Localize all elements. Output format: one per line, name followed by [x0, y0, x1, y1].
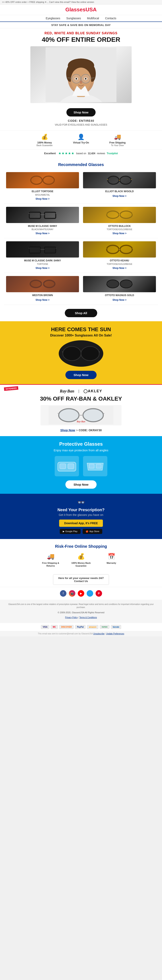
rayban-code-row: Shop Now > CODE: OKRAY30	[4, 428, 158, 432]
svg-line-63	[30, 283, 30, 283]
riskfree-shipping-icon: 🚚	[38, 553, 63, 560]
divider-icon: |	[79, 389, 79, 393]
product-item-weston-brown: WESTON BROWN Shop Now >	[4, 273, 81, 305]
riskfree-section: Risk-Free Online Shopping 🚚 Free Shippin…	[0, 539, 162, 573]
shop-link-muse-shiny[interactable]: Shop Now >	[36, 232, 50, 235]
product-image-ottoto-keanu	[83, 241, 156, 258]
glasses-svg-elliot-black	[106, 175, 133, 186]
virtual-tryon-title: Virtual Try-On	[66, 141, 96, 144]
product-item-muse-dark: MUSE M CLASSIC DARK SHINY TORTOISE Shop …	[4, 238, 81, 273]
rayban-glasses-svg: Ray-Ban	[49, 406, 113, 424]
svg-rect-88	[68, 464, 74, 469]
svg-rect-87	[60, 464, 66, 469]
shop-link-ottoto-magnus[interactable]: Shop Now >	[113, 299, 127, 301]
nav-multifocal[interactable]: Multifocal	[87, 17, 99, 20]
paypal-logo: PayPal	[75, 625, 85, 629]
svg-point-59	[120, 245, 132, 253]
protective-img-1	[55, 456, 79, 476]
svg-point-83	[59, 409, 79, 422]
unsubscribe-link[interactable]: Unsubscribe	[93, 633, 104, 635]
pinterest-icon[interactable]: P	[96, 590, 102, 597]
trustpilot-row: Excellent ★★★★★ based on 12,424 reviews …	[4, 151, 158, 155]
twitter-icon[interactable]: 🐦	[87, 590, 93, 597]
svg-point-33	[120, 176, 131, 184]
bizrate-logo: bizrate	[111, 625, 121, 629]
instagram-icon[interactable]: 📷	[69, 590, 75, 597]
prescription-title: Need Your Prescription?	[4, 508, 158, 512]
product-color-ottoto-bullock: TORTOISE/GOLD/BEIGE	[83, 228, 156, 231]
riskfree-shipping-label: Free Shipping & Returns	[38, 562, 63, 568]
protective-shop-button[interactable]: Shop Now	[65, 480, 96, 489]
trust-badges: 💰 100% Money Back Guarantee 👤 Virtual Tr…	[0, 130, 162, 150]
svg-line-23	[30, 179, 31, 180]
contact-container: Here for all your eyewear needs 24/7 Con…	[0, 572, 162, 587]
trustpilot-section: Excellent ★★★★★ based on 12,424 reviews …	[0, 150, 162, 158]
hero-shop-now-button[interactable]: Shop Now	[66, 108, 95, 116]
glasses-svg-ottoto-magnus	[105, 278, 134, 290]
recommended-title-text: Recommended Glasses	[58, 162, 104, 167]
free-shipping-icon: 🚚	[102, 134, 133, 140]
riskfree-money-badge: 💰 100% Money Back Guarantee	[69, 553, 93, 568]
oakley-logo: ◯AKLEY	[83, 389, 102, 393]
hero-valid: VALID FOR EYEGLASSES AND SUNGLASSES	[6, 123, 156, 126]
glasses-svg-elliot-tortoise	[29, 175, 56, 186]
update-preferences-link[interactable]: Update Preferences	[106, 633, 124, 635]
product-image-ottoto-magnus	[83, 276, 156, 292]
contact-sub: Contact Us	[74, 580, 88, 583]
hero-section: RED, WHITE AND BLUE SUNDAY SAVINGS 40% O…	[0, 29, 162, 130]
rayban-glasses-image: Ray-Ban	[41, 405, 121, 425]
product-name-muse-dark: MUSE M CLASSIC DARK SHINY	[6, 259, 79, 262]
riskfree-title: Risk-Free Online Shopping	[4, 544, 158, 549]
sun-sale: All On Sale!	[94, 334, 112, 337]
shop-link-muse-dark[interactable]: Shop Now >	[36, 267, 50, 269]
rayban-shop-link[interactable]: Shop Now	[60, 428, 75, 432]
glasses-svg-weston-brown	[28, 278, 57, 290]
email-wrapper: >> 40% OFF entire order + FREE shipping …	[0, 0, 162, 636]
nav-contacts[interactable]: Contacts	[105, 17, 116, 20]
product-name-ottoto-keanu: OTTOTO KEANU	[83, 259, 156, 262]
trustpilot-count: 12,424	[88, 152, 95, 155]
shop-link-weston-brown[interactable]: Shop Now >	[36, 299, 50, 301]
shop-link-ottoto-bullock[interactable]: Shop Now >	[113, 232, 127, 235]
nav-eyeglasses[interactable]: Eyeglasses	[46, 17, 60, 20]
promo-banner: STAY SAFE & SAVE BIG ON MEMORIAL DAY	[0, 22, 162, 29]
app-store-badge[interactable]: 🍎 App Store	[83, 529, 102, 534]
promo-banner-text: STAY SAFE & SAVE BIG ON MEMORIAL DAY	[51, 24, 110, 27]
shop-link-elliot-black[interactable]: Shop Now >	[113, 195, 127, 197]
riskfree-badges: 🚚 Free Shipping & Returns 💰 100% Money B…	[4, 553, 158, 568]
sun-word: Sunglasses	[75, 334, 93, 337]
header: GlassesUSA	[0, 5, 162, 15]
product-color-muse-shiny: BLACK/WHITE/GRAY	[6, 228, 79, 231]
sun-shop-button[interactable]: Shop Now	[65, 371, 96, 379]
svg-text:Ray-Ban: Ray-Ban	[77, 420, 85, 423]
amazon-logo: amazon	[87, 625, 98, 629]
shop-link-elliot-tortoise[interactable]: Shop Now >	[36, 197, 50, 200]
hero-code: CODE: ENTIRE40	[6, 119, 156, 123]
shop-all-button[interactable]: Shop All	[65, 309, 97, 317]
footer-privacy-link[interactable]: Privacy Policy	[65, 616, 78, 619]
nav-sunglasses[interactable]: Sunglasses	[66, 17, 81, 20]
excellent-label: Excellent	[44, 152, 56, 155]
app-store-label: App Store	[90, 530, 99, 533]
product-image-weston-brown	[6, 276, 79, 292]
sun-title: HERE COMES THE SUN	[4, 326, 158, 332]
svg-point-67	[107, 280, 119, 288]
google-play-badge[interactable]: ▶ Google Play	[60, 529, 80, 534]
footer-terms-link[interactable]: Terms & Conditions	[79, 616, 97, 619]
protective-glasses-svg-1	[57, 458, 77, 474]
product-color-muse-dark: TORTOISE	[6, 263, 79, 265]
facebook-icon[interactable]: f	[60, 590, 66, 597]
social-section: f 📷 ▶ 🐦 P	[0, 587, 162, 600]
google-play-icon: ▶	[63, 530, 64, 533]
payment-logos: VISA MC DISCOVER PayPal amazon norton bi…	[0, 623, 162, 631]
hero-image	[30, 46, 132, 103]
shop-link-ottoto-keanu[interactable]: Shop Now >	[113, 267, 127, 269]
product-image-elliot-black	[83, 172, 156, 188]
download-app-button[interactable]: Download App, It's FREE	[59, 520, 103, 527]
contact-button[interactable]: Here for all your eyewear needs 24/7 Con…	[53, 574, 109, 585]
youtube-icon[interactable]: ▶	[78, 590, 84, 597]
svg-rect-90	[96, 464, 101, 468]
product-item-elliot-black: ELLIOT BLACK W/GOLD Shop Now >	[81, 169, 158, 204]
svg-point-65	[30, 280, 41, 288]
visa-logo: VISA	[41, 625, 49, 629]
